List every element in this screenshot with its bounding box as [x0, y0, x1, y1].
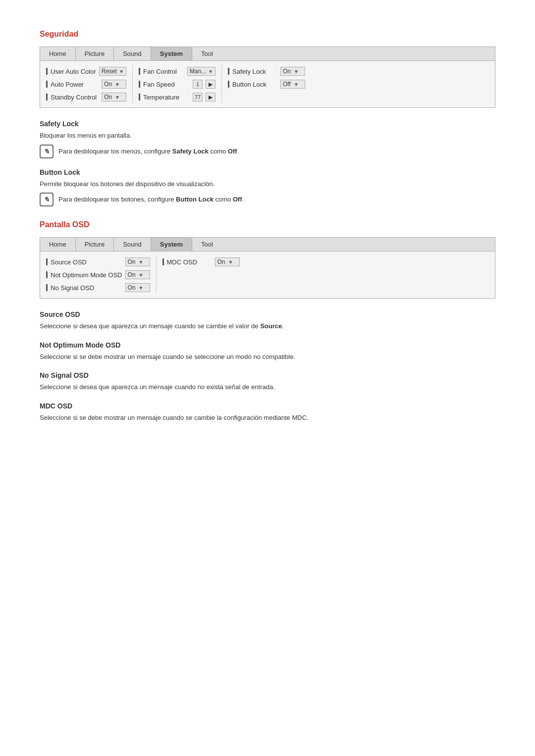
user-auto-color-select[interactable]: Reset ▼ — [99, 67, 126, 76]
fan-speed-nav[interactable]: ▶ — [206, 80, 215, 89]
note-icon-button: ✎ — [40, 193, 54, 206]
seguridad-menu-body: User Auto Color Reset ▼ Auto Power — [40, 61, 495, 107]
seg-col-1: User Auto Color Reset ▼ Auto Power — [40, 65, 133, 103]
temperature-label: Temperature — [143, 94, 179, 101]
select-arrow: ▼ — [294, 82, 303, 87]
not-optimum-desc: Seleccione si se debe mostrar un mensaje… — [40, 352, 495, 362]
user-auto-color-label: User Auto Color — [51, 68, 96, 75]
select-arrow: ▼ — [208, 69, 213, 74]
pantalla-osd-title: Pantalla OSD — [40, 220, 495, 229]
safety-lock-note-text: Para desbloquear los menús, configure Sa… — [58, 145, 239, 156]
bar-icon — [162, 258, 164, 265]
source-osd-desc: Seleccione si desea que aparezca un mens… — [40, 321, 495, 331]
no-signal-desc: Seleccione si desea que aparezca un mens… — [40, 382, 495, 392]
mdc-osd-select[interactable]: On ▼ — [215, 257, 240, 266]
tab-system-osd[interactable]: System — [151, 238, 192, 251]
select-arrow: ▼ — [115, 82, 124, 87]
osd-row-no-signal: No Signal OSD On ▼ — [46, 281, 150, 294]
tab-tool-osd[interactable]: Tool — [192, 238, 222, 251]
source-osd-select[interactable]: On ▼ — [125, 257, 150, 266]
bar-icon — [46, 94, 48, 101]
osd-row-mdc: MDC OSD On ▼ — [162, 255, 240, 268]
tab-tool-seg[interactable]: Tool — [192, 47, 222, 60]
standby-control-select[interactable]: On ▼ — [102, 93, 126, 101]
temperature-nav[interactable]: ▶ — [206, 93, 215, 101]
no-signal-label: No Signal OSD — [51, 284, 94, 292]
button-lock-section: Button Lock Permite bloquear los botones… — [40, 168, 495, 207]
tab-picture-osd[interactable]: Picture — [76, 238, 114, 251]
button-lock-note-text: Para desbloquear los botones, configure … — [58, 193, 244, 204]
seg-row-button-lock: Button Lock Off ▼ — [228, 78, 305, 91]
fan-control-select[interactable]: Man... ▼ — [187, 67, 215, 76]
select-arrow: ▼ — [119, 69, 124, 74]
seguridad-menu-table: Home Picture Sound System Tool User Auto… — [40, 47, 495, 108]
source-osd-subtitle: Source OSD — [40, 310, 495, 318]
seg-row-temperature: Temperature 77 ▶ — [139, 91, 215, 103]
osd-col-1: Source OSD On ▼ Not Optimum Mode OSD — [40, 255, 157, 294]
safety-lock-desc: Bloquear los menús en pantalla. — [40, 131, 495, 141]
button-lock-note-box: ✎ Para desbloquear los botones, configur… — [40, 193, 495, 206]
osd-row-source: Source OSD On ▼ — [46, 255, 150, 268]
seg-col-2: Fan Control Man... ▼ Fan Speed — [133, 65, 222, 103]
pantalla-osd-section: Pantalla OSD Home Picture Sound System T… — [40, 220, 495, 422]
seg-row-user-auto-color: User Auto Color Reset ▼ — [46, 65, 126, 78]
seguridad-title: Seguridad — [40, 30, 495, 39]
bar-icon — [46, 258, 48, 265]
not-optimum-label: Not Optimum Mode OSD — [51, 271, 122, 279]
tab-sound-osd[interactable]: Sound — [114, 238, 151, 251]
button-lock-desc: Permite bloquear los botones del disposi… — [40, 179, 495, 189]
tab-home-osd[interactable]: Home — [40, 238, 76, 251]
fan-speed-label: Fan Speed — [143, 81, 175, 88]
page-container: Seguridad Home Picture Sound System Tool… — [40, 30, 495, 422]
no-signal-subtitle: No Signal OSD — [40, 371, 495, 379]
not-optimum-subtitle: Not Optimum Mode OSD — [40, 341, 495, 349]
osd-menu-table: Home Picture Sound System Tool Source OS… — [40, 237, 495, 299]
safety-lock-note-box: ✎ Para desbloquear los menús, configure … — [40, 145, 495, 158]
select-arrow: ▼ — [115, 95, 124, 100]
fan-control-label: Fan Control — [143, 68, 177, 75]
safety-lock-section: Safety Lock Bloquear los menús en pantal… — [40, 120, 495, 158]
mdc-osd-subtitle: MDC OSD — [40, 402, 495, 410]
no-signal-section: No Signal OSD Seleccione si desea que ap… — [40, 371, 495, 392]
safety-lock-subtitle: Safety Lock — [40, 120, 495, 128]
seg-col-3: Safety Lock On ▼ Button Lock — [222, 65, 311, 103]
no-signal-select[interactable]: On ▼ — [125, 283, 150, 292]
bar-icon — [46, 271, 48, 278]
button-lock-label: Button Lock — [232, 81, 267, 88]
tab-system-seg[interactable]: System — [151, 47, 192, 60]
mdc-osd-label: MDC OSD — [167, 258, 197, 266]
fan-speed-value: 1 — [193, 80, 203, 89]
seg-row-standby-control: Standby Control On ▼ — [46, 91, 126, 103]
tab-picture-seg[interactable]: Picture — [76, 47, 114, 60]
bar-icon — [139, 81, 140, 88]
bar-icon — [46, 284, 48, 291]
tab-home-seg[interactable]: Home — [40, 47, 76, 60]
select-arrow: ▼ — [139, 272, 148, 278]
select-arrow: ▼ — [139, 285, 148, 291]
osd-menu-body: Source OSD On ▼ Not Optimum Mode OSD — [40, 252, 495, 298]
not-optimum-select[interactable]: On ▼ — [125, 270, 150, 279]
bar-icon — [46, 68, 48, 75]
seg-row-safety-lock: Safety Lock On ▼ — [228, 65, 305, 78]
auto-power-select[interactable]: On ▼ — [102, 80, 126, 89]
tab-sound-seg[interactable]: Sound — [114, 47, 151, 60]
auto-power-label: Auto Power — [51, 81, 84, 88]
select-arrow: ▼ — [294, 69, 303, 74]
mdc-osd-desc: Seleccione si se debe mostrar un mensaje… — [40, 413, 495, 423]
button-lock-select[interactable]: Off ▼ — [280, 80, 305, 89]
safety-lock-select[interactable]: On ▼ — [280, 67, 305, 76]
temperature-value: 77 — [193, 93, 203, 101]
osd-col-2: MDC OSD On ▼ — [157, 255, 246, 294]
osd-tabs: Home Picture Sound System Tool — [40, 238, 495, 252]
source-osd-label: Source OSD — [51, 258, 87, 266]
standby-control-label: Standby Control — [51, 94, 97, 101]
bar-icon — [228, 81, 229, 88]
button-lock-subtitle: Button Lock — [40, 168, 495, 176]
bar-icon — [46, 81, 48, 88]
seg-row-fan-control: Fan Control Man... ▼ — [139, 65, 215, 78]
bar-icon — [228, 68, 229, 75]
safety-lock-label: Safety Lock — [232, 68, 266, 75]
source-osd-section: Source OSD Seleccione si desea que apare… — [40, 310, 495, 331]
select-arrow: ▼ — [139, 259, 148, 265]
seg-row-auto-power: Auto Power On ▼ — [46, 78, 126, 91]
